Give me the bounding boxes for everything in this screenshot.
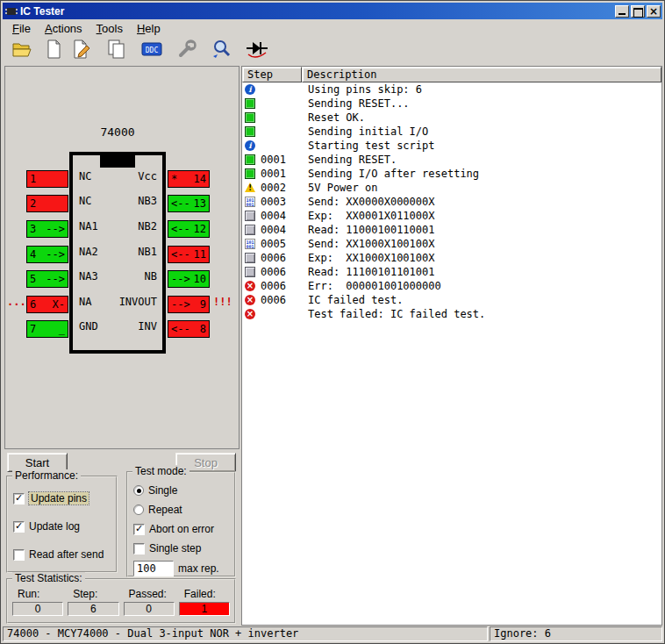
log-row[interactable]: 00025V Power on	[242, 181, 661, 195]
pin-12[interactable]: <--12	[168, 220, 210, 238]
pin-14[interactable]: *14	[168, 170, 210, 188]
menu-actions[interactable]: Actions	[38, 21, 89, 36]
log-row[interactable]: Test failed: IC failed test.	[242, 307, 661, 321]
menu-tools[interactable]: Tools	[89, 21, 130, 36]
update-log-checkbox[interactable]	[13, 521, 25, 533]
pin-2[interactable]: 2	[26, 195, 68, 212]
open-button[interactable]	[9, 39, 35, 63]
edit-document-button[interactable]	[68, 39, 95, 63]
pin-number: 11	[194, 248, 206, 261]
binary-send-icon	[245, 239, 255, 249]
log-row[interactable]: 0006IC failed test.	[242, 293, 661, 307]
pin-direction: <--	[171, 223, 190, 235]
column-header-step[interactable]: Step	[242, 67, 302, 82]
repeat-radio[interactable]	[133, 504, 144, 515]
ddc-button[interactable]: DDC	[139, 39, 165, 63]
info-icon	[245, 140, 255, 151]
pin-direction: <--	[171, 323, 190, 335]
menu-file[interactable]: File	[5, 21, 38, 36]
pin-direction: -->	[46, 223, 65, 235]
log-table-header: Step Description	[242, 67, 661, 82]
update-pins-checkbox[interactable]	[13, 493, 25, 504]
menu-help[interactable]: Help	[130, 21, 168, 36]
pin-7[interactable]: 7_	[26, 320, 68, 338]
max-rep-input[interactable]	[133, 561, 174, 576]
log-row[interactable]: Using pins skip: 6	[242, 82, 661, 97]
pin-3[interactable]: 3-->	[26, 220, 68, 238]
read-after-send-checkbox[interactable]	[13, 549, 25, 561]
inspect-button[interactable]	[209, 39, 235, 63]
log-row[interactable]: Starting test script	[242, 139, 661, 153]
log-row[interactable]: Sending initial I/O	[242, 125, 661, 139]
copy-button[interactable]	[104, 39, 130, 63]
abort-on-error-checkbox[interactable]	[133, 524, 145, 535]
log-step: 0004	[261, 210, 301, 222]
pin-9[interactable]: -->9	[168, 296, 210, 313]
pin-6-attention-marker: ...	[7, 296, 26, 313]
pin-11[interactable]: <--11	[168, 246, 210, 263]
pin-8[interactable]: <--8	[168, 320, 210, 338]
abort-on-error-option[interactable]: Abort on error	[133, 520, 214, 538]
stat-failed-value: 1	[179, 602, 230, 616]
column-header-description[interactable]: Description	[302, 67, 661, 82]
log-step: 0006	[261, 294, 301, 306]
log-row[interactable]: 0001Sending I/O after resetting	[242, 167, 661, 181]
pin-number: 5	[30, 273, 36, 285]
repeat-option[interactable]: Repeat	[133, 501, 182, 519]
log-row[interactable]: 0006Read: 11100101101001	[242, 265, 661, 279]
diode-button[interactable]	[244, 39, 270, 63]
max-rep-row: max rep.	[133, 560, 219, 577]
log-description: Sending I/O after resetting	[301, 168, 661, 180]
read-after-send-option[interactable]: Read after send	[13, 546, 104, 563]
log-step: 0006	[261, 252, 301, 264]
log-row[interactable]: 0003Send: XX0000X000000X	[242, 195, 661, 209]
pin-4[interactable]: 4-->	[26, 246, 68, 263]
log-row[interactable]: 0005Send: XX1000X100100X	[242, 237, 661, 251]
svg-text:DDC: DDC	[146, 47, 159, 54]
log-row[interactable]: 0004Read: 11000100110001	[242, 223, 661, 237]
log-row[interactable]: 0004Exp: XX0001X011000X	[242, 209, 661, 223]
test-mode-frame-title: Test mode:	[132, 465, 189, 477]
performance-frame-title: Performance:	[12, 469, 81, 482]
tools-button[interactable]	[174, 39, 200, 63]
update-pins-label: Update pins	[29, 492, 89, 504]
pin-11-name: NB1	[79, 246, 157, 263]
log-row[interactable]: 0001Sending RESET.	[242, 153, 661, 167]
send-ok-icon	[245, 112, 255, 123]
pin-10[interactable]: -->10	[168, 270, 210, 288]
pin-9-name: INVOUT	[79, 296, 157, 313]
log-row[interactable]: Sending RESET...	[242, 97, 661, 111]
single-option[interactable]: Single	[133, 482, 177, 499]
log-row[interactable]: 0006Exp: XX1000X100100X	[242, 251, 661, 265]
new-document-button[interactable]	[40, 39, 67, 63]
close-button[interactable]	[647, 5, 661, 18]
single-step-checkbox[interactable]	[133, 543, 145, 555]
single-radio[interactable]	[133, 485, 144, 496]
update-pins-option[interactable]: Update pins	[13, 490, 89, 507]
pin-13[interactable]: <--13	[168, 195, 210, 212]
update-log-option[interactable]: Update log	[13, 518, 80, 535]
pin-number: 2	[30, 197, 36, 210]
performance-frame: Performance: Update pins Update log Read…	[6, 476, 118, 573]
maximize-button[interactable]	[631, 5, 645, 18]
new-document-icon	[43, 39, 64, 62]
pin-6[interactable]: 6X-	[26, 296, 68, 313]
pin-5[interactable]: 5-->	[26, 270, 68, 288]
log-step: 0001	[261, 154, 301, 166]
titlebar[interactable]: IC Tester	[3, 3, 662, 19]
pin-number: 6	[30, 298, 36, 311]
single-step-option[interactable]: Single step	[133, 540, 201, 557]
pin-number: 8	[200, 323, 206, 335]
pin-1[interactable]: 1	[26, 170, 68, 188]
log-step: 0002	[261, 182, 301, 194]
log-row[interactable]: Reset OK.	[242, 111, 661, 125]
statusbar-ignore-info: Ignore: 6	[490, 626, 662, 641]
pin-number: 7	[30, 323, 36, 335]
magnifier-icon	[211, 39, 232, 62]
pin-direction: <--	[171, 248, 190, 261]
minimize-button[interactable]	[615, 5, 629, 18]
wrench-icon	[176, 39, 197, 62]
edit-document-icon	[71, 39, 92, 62]
log-row[interactable]: 0006Err: 000001001000000	[242, 279, 661, 293]
log-description: Using pins skip: 6	[301, 83, 661, 96]
